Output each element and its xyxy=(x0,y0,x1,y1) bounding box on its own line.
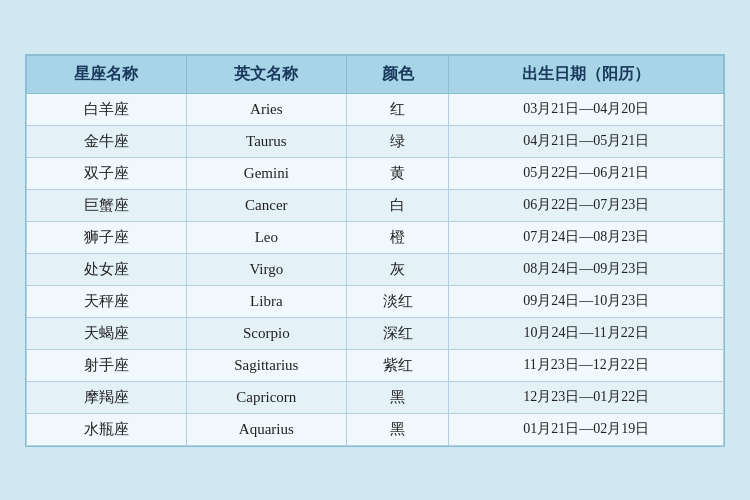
table-row: 射手座Sagittarius紫红11月23日—12月22日 xyxy=(27,349,724,381)
table-row: 水瓶座Aquarius黑01月21日—02月19日 xyxy=(27,413,724,445)
cell-chinese-name: 白羊座 xyxy=(27,93,187,125)
cell-date: 03月21日—04月20日 xyxy=(449,93,724,125)
cell-color: 黑 xyxy=(346,381,448,413)
cell-english-name: Virgo xyxy=(186,253,346,285)
cell-chinese-name: 金牛座 xyxy=(27,125,187,157)
col-header-english: 英文名称 xyxy=(186,55,346,93)
zodiac-table-container: 星座名称 英文名称 颜色 出生日期（阳历） 白羊座Aries红03月21日—04… xyxy=(25,54,725,447)
cell-chinese-name: 狮子座 xyxy=(27,221,187,253)
table-row: 金牛座Taurus绿04月21日—05月21日 xyxy=(27,125,724,157)
cell-chinese-name: 天秤座 xyxy=(27,285,187,317)
cell-date: 07月24日—08月23日 xyxy=(449,221,724,253)
zodiac-table: 星座名称 英文名称 颜色 出生日期（阳历） 白羊座Aries红03月21日—04… xyxy=(26,55,724,446)
cell-english-name: Scorpio xyxy=(186,317,346,349)
table-row: 处女座Virgo灰08月24日—09月23日 xyxy=(27,253,724,285)
cell-chinese-name: 射手座 xyxy=(27,349,187,381)
cell-color: 红 xyxy=(346,93,448,125)
cell-color: 深红 xyxy=(346,317,448,349)
table-row: 天蝎座Scorpio深红10月24日—11月22日 xyxy=(27,317,724,349)
table-row: 白羊座Aries红03月21日—04月20日 xyxy=(27,93,724,125)
table-row: 巨蟹座Cancer白06月22日—07月23日 xyxy=(27,189,724,221)
cell-english-name: Leo xyxy=(186,221,346,253)
table-row: 狮子座Leo橙07月24日—08月23日 xyxy=(27,221,724,253)
cell-english-name: Cancer xyxy=(186,189,346,221)
cell-chinese-name: 摩羯座 xyxy=(27,381,187,413)
cell-english-name: Capricorn xyxy=(186,381,346,413)
cell-date: 08月24日—09月23日 xyxy=(449,253,724,285)
table-row: 双子座Gemini黄05月22日—06月21日 xyxy=(27,157,724,189)
cell-date: 10月24日—11月22日 xyxy=(449,317,724,349)
cell-chinese-name: 处女座 xyxy=(27,253,187,285)
col-header-color: 颜色 xyxy=(346,55,448,93)
cell-color: 黄 xyxy=(346,157,448,189)
cell-english-name: Gemini xyxy=(186,157,346,189)
cell-color: 白 xyxy=(346,189,448,221)
cell-color: 紫红 xyxy=(346,349,448,381)
cell-date: 06月22日—07月23日 xyxy=(449,189,724,221)
cell-color: 绿 xyxy=(346,125,448,157)
col-header-chinese: 星座名称 xyxy=(27,55,187,93)
cell-chinese-name: 双子座 xyxy=(27,157,187,189)
cell-chinese-name: 巨蟹座 xyxy=(27,189,187,221)
table-header-row: 星座名称 英文名称 颜色 出生日期（阳历） xyxy=(27,55,724,93)
cell-color: 淡红 xyxy=(346,285,448,317)
table-row: 摩羯座Capricorn黑12月23日—01月22日 xyxy=(27,381,724,413)
cell-date: 12月23日—01月22日 xyxy=(449,381,724,413)
cell-color: 黑 xyxy=(346,413,448,445)
cell-date: 11月23日—12月22日 xyxy=(449,349,724,381)
col-header-date: 出生日期（阳历） xyxy=(449,55,724,93)
cell-english-name: Taurus xyxy=(186,125,346,157)
cell-english-name: Sagittarius xyxy=(186,349,346,381)
cell-english-name: Libra xyxy=(186,285,346,317)
cell-date: 05月22日—06月21日 xyxy=(449,157,724,189)
cell-chinese-name: 水瓶座 xyxy=(27,413,187,445)
cell-date: 09月24日—10月23日 xyxy=(449,285,724,317)
cell-date: 04月21日—05月21日 xyxy=(449,125,724,157)
cell-chinese-name: 天蝎座 xyxy=(27,317,187,349)
cell-date: 01月21日—02月19日 xyxy=(449,413,724,445)
cell-color: 橙 xyxy=(346,221,448,253)
table-row: 天秤座Libra淡红09月24日—10月23日 xyxy=(27,285,724,317)
cell-english-name: Aquarius xyxy=(186,413,346,445)
cell-english-name: Aries xyxy=(186,93,346,125)
cell-color: 灰 xyxy=(346,253,448,285)
